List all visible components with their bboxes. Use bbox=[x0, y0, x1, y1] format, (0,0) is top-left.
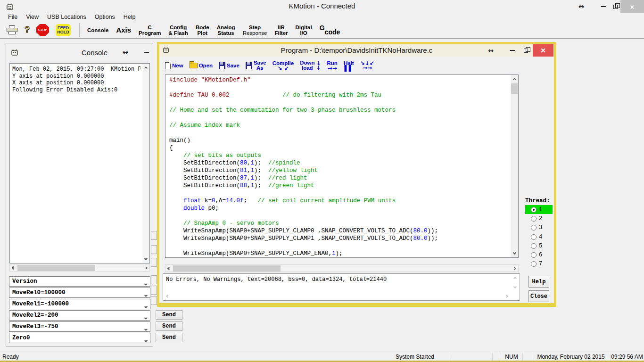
scrollbar-thumb[interactable] bbox=[173, 265, 281, 272]
main-minimize-button[interactable] bbox=[597, 0, 610, 13]
console-minimize-button[interactable] bbox=[140, 46, 152, 59]
menu-file[interactable]: File bbox=[4, 13, 22, 22]
menu-usb-locations[interactable]: USB Locations bbox=[43, 13, 91, 22]
partially-hidden-send-button[interactable] bbox=[151, 296, 157, 305]
console-output-area[interactable]: Mon, Feb 02, 2015, 09:27:00 KMotion PY a… bbox=[9, 63, 150, 263]
program-toolbar-download-button[interactable]: Download↓↓ bbox=[300, 60, 321, 71]
toolbar-button-axis[interactable]: Axis bbox=[115, 27, 132, 33]
code-line: // SnapAmp 0 - servo motors bbox=[169, 220, 438, 227]
menu-options[interactable]: Options bbox=[91, 13, 119, 22]
scroll-right-icon[interactable] bbox=[511, 265, 518, 272]
scroll-up-icon[interactable] bbox=[512, 275, 519, 282]
toolbar-button-step-response[interactable]: StepResponse bbox=[242, 25, 268, 36]
console-horizontal-scrollbar[interactable] bbox=[9, 264, 150, 272]
chevron-down-icon[interactable] bbox=[145, 314, 147, 321]
console-vertical-scrollbar[interactable] bbox=[142, 64, 149, 263]
radio-button-icon[interactable] bbox=[531, 243, 537, 249]
program-toolbar-open-button[interactable]: Open bbox=[190, 63, 213, 68]
program-minimize-button[interactable] bbox=[506, 44, 519, 57]
feedhold-icon[interactable]: FEED HOLD bbox=[56, 24, 71, 36]
console-hsplit-button[interactable]: ↔ bbox=[118, 46, 132, 59]
thread-option-3[interactable]: 3 bbox=[525, 223, 553, 232]
toolbar-button-config-flash[interactable]: Config& Flash bbox=[167, 25, 189, 36]
toolbar-button-console[interactable]: Console bbox=[86, 27, 109, 33]
radio-button-icon[interactable] bbox=[531, 207, 537, 213]
partially-hidden-send-button[interactable] bbox=[151, 286, 157, 295]
editor-horizontal-scrollbar[interactable] bbox=[165, 264, 519, 272]
scrollbar-thumb[interactable] bbox=[511, 83, 518, 94]
command-dropdown[interactable]: MoveRel1=-100000 bbox=[9, 299, 150, 309]
partially-hidden-button[interactable] bbox=[151, 231, 157, 240]
status-num-lock: NUM bbox=[501, 354, 522, 360]
program-toolbar-compile-button[interactable]: Compile↘ ↙ bbox=[272, 61, 294, 71]
toolbar-button-c-program[interactable]: CProgram bbox=[138, 25, 162, 36]
main-restore-button[interactable] bbox=[609, 0, 621, 13]
scroll-down-icon[interactable] bbox=[512, 283, 519, 290]
thread-option-6[interactable]: 6 bbox=[525, 250, 553, 259]
send-button[interactable]: Send bbox=[156, 310, 182, 320]
toolbar-button-bode-plot[interactable]: BodePlot bbox=[195, 25, 210, 36]
toolbar-button-g-code[interactable]: Gcode bbox=[319, 25, 341, 35]
stop-icon[interactable]: STOP bbox=[36, 24, 49, 36]
radio-button-icon[interactable] bbox=[531, 252, 537, 258]
main-close-button[interactable]: × bbox=[620, 0, 644, 13]
program-toolbar-run-button[interactable]: Run→→ bbox=[327, 61, 338, 71]
program-hsplit-button[interactable]: ↔ bbox=[484, 44, 498, 57]
thread-option-2[interactable]: 2 bbox=[525, 214, 553, 223]
compiler-output-box[interactable]: No Errors, No Warnings, text=20068, bss=… bbox=[163, 273, 520, 301]
code-editor[interactable]: #include "KMotionDef.h" #define TAU 0.00… bbox=[165, 74, 519, 258]
radio-button-icon[interactable] bbox=[531, 261, 537, 267]
main-hsplit-button[interactable]: ↔ bbox=[574, 0, 588, 13]
menu-help[interactable]: Help bbox=[119, 13, 140, 22]
thread-option-4[interactable]: 4 bbox=[525, 232, 553, 241]
toolbar-button-digital-io[interactable]: DigitalI/O bbox=[295, 25, 313, 36]
command-dropdown[interactable]: Zero0 bbox=[9, 333, 150, 343]
scroll-right-icon[interactable] bbox=[503, 293, 510, 300]
thread-option-5[interactable]: 5 bbox=[525, 241, 553, 250]
scroll-down-icon[interactable] bbox=[511, 249, 518, 256]
chevron-down-icon[interactable] bbox=[145, 292, 147, 298]
scroll-left-icon[interactable] bbox=[164, 293, 171, 300]
thread-option-1[interactable]: 1 bbox=[525, 205, 553, 214]
chevron-down-icon[interactable] bbox=[145, 337, 147, 344]
program-toolbar-save-as-button[interactable]: SaveAs bbox=[246, 60, 266, 71]
menu-view[interactable]: View bbox=[22, 13, 43, 22]
toolbar-button-analog-status[interactable]: AnalogStatus bbox=[216, 25, 236, 36]
close-button[interactable]: Close bbox=[528, 290, 549, 302]
program-restore-button[interactable] bbox=[520, 44, 532, 57]
program-toolbar-save-button[interactable]: Save bbox=[219, 62, 239, 69]
program-toolbar-label: Halt▌▌ bbox=[344, 61, 354, 71]
scroll-up-icon[interactable] bbox=[142, 65, 149, 72]
partially-hidden-button[interactable] bbox=[151, 258, 157, 267]
thread-option-7[interactable]: 7 bbox=[525, 260, 553, 269]
radio-button-icon[interactable] bbox=[531, 225, 537, 230]
scroll-up-icon[interactable] bbox=[511, 76, 518, 83]
help-icon[interactable]: ? bbox=[25, 25, 30, 35]
partially-hidden-send-button[interactable] bbox=[151, 275, 157, 284]
scroll-right-icon[interactable] bbox=[142, 264, 149, 271]
program-close-button[interactable]: ✕ bbox=[533, 44, 553, 57]
program-toolbar-compile-download-run-button[interactable]: ↘↓↙→→ bbox=[360, 61, 374, 70]
send-button[interactable]: Send bbox=[156, 321, 182, 331]
program-toolbar-new-button[interactable]: New bbox=[165, 62, 183, 69]
printer-icon[interactable] bbox=[7, 25, 18, 35]
scrollbar-thumb[interactable] bbox=[17, 265, 95, 271]
chevron-down-icon[interactable] bbox=[145, 280, 147, 287]
command-dropdown[interactable]: Version bbox=[9, 276, 150, 287]
toolbar-button-iir-filter[interactable]: IIRFilter bbox=[273, 25, 289, 36]
program-toolbar-halt-button[interactable]: Halt▌▌ bbox=[344, 61, 354, 71]
scroll-left-icon[interactable] bbox=[10, 264, 17, 271]
editor-vertical-scrollbar[interactable] bbox=[511, 75, 518, 257]
radio-button-icon[interactable] bbox=[531, 234, 537, 240]
command-dropdown[interactable]: MoveRel3=-750 bbox=[9, 321, 150, 332]
help-button[interactable]: Help bbox=[528, 276, 549, 288]
radio-button-icon[interactable] bbox=[531, 216, 537, 222]
chevron-down-icon[interactable] bbox=[145, 326, 147, 332]
scroll-down-icon[interactable] bbox=[142, 255, 149, 262]
chevron-down-icon[interactable] bbox=[145, 303, 147, 310]
scroll-left-icon[interactable] bbox=[165, 265, 173, 272]
partially-hidden-button[interactable] bbox=[151, 245, 157, 254]
send-button[interactable]: Send bbox=[156, 333, 182, 342]
command-dropdown[interactable]: MoveRel0=100000 bbox=[9, 288, 150, 298]
command-dropdown[interactable]: MoveRel2=-200 bbox=[9, 310, 150, 321]
